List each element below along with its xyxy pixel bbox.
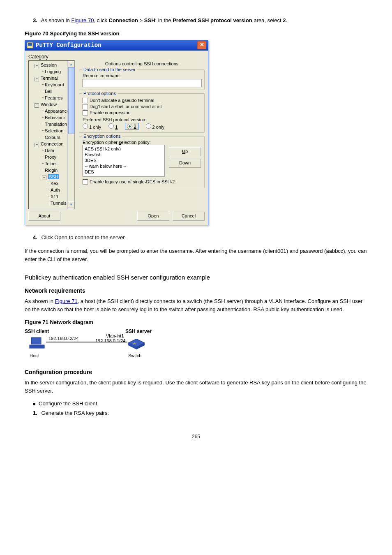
- radio-1only[interactable]: 1 only: [83, 123, 101, 130]
- cipher-aes[interactable]: AES (SSH-2 only): [85, 146, 163, 152]
- cipher-blowfish[interactable]: Blowfish: [85, 152, 163, 157]
- svg-rect-1: [28, 43, 32, 46]
- category-tree[interactable]: −Session Logging −Terminal Keyboard Bell…: [28, 60, 75, 209]
- link-line: [46, 342, 127, 342]
- scroll-up-icon[interactable]: ▲: [68, 61, 74, 68]
- pc-icon: [29, 337, 45, 352]
- figure-70-link[interactable]: Figure 70: [71, 17, 94, 23]
- label-ssh-client: SSH client: [25, 328, 49, 334]
- step-1b: 1. Generate the RSA key pairs:: [41, 409, 367, 417]
- tree-scrollbar[interactable]: ▲ ▼: [67, 61, 74, 209]
- encryption-group: Encryption options Encryption cipher sel…: [79, 136, 205, 188]
- close-button[interactable]: ✕: [197, 41, 206, 49]
- protocol-group: Protocol options Don't allocate a pseudo…: [79, 93, 205, 133]
- network-diagram: SSH client SSH server 192.168.0.2/24 Vla…: [25, 328, 156, 361]
- cipher-3des[interactable]: 3DES: [85, 157, 163, 163]
- cipher-des[interactable]: DES: [85, 169, 163, 175]
- bullet-icon: [33, 403, 35, 405]
- step-4: 4. Click Open to connect to the server.: [41, 234, 367, 242]
- enc-policy-label: Encryption cipher selection policy:: [83, 140, 201, 145]
- net-req-heading: Network requirements: [25, 287, 367, 294]
- bullet-config-client: Configure the SSH client: [33, 400, 367, 407]
- login-note: If the connection is normal, you will be…: [25, 247, 367, 263]
- figure-71-caption: Figure 71 Network diagram: [25, 319, 367, 325]
- proc-intro: In the server configuration, the client …: [25, 379, 367, 395]
- radio-1[interactable]: 1: [108, 123, 118, 130]
- label-switch: Switch: [128, 353, 141, 358]
- cipher-warn[interactable]: -- warn below here --: [85, 163, 163, 169]
- about-button[interactable]: About: [28, 212, 60, 221]
- figure-70-caption: Figure 70 Specifying the SSH version: [25, 30, 367, 37]
- label-vlan: Vlan-int1: [106, 333, 124, 338]
- ip-server: 192.168.0.1/24: [95, 338, 125, 343]
- label-ssh-server: SSH server: [125, 328, 152, 334]
- cipher-list[interactable]: AES (SSH-2 only) Blowfish 3DES -- warn b…: [83, 145, 165, 177]
- chk-pseudo[interactable]: Don't allocate a pseudo-terminal: [83, 98, 201, 103]
- open-button[interactable]: Open: [137, 212, 169, 221]
- radio-2[interactable]: 2: [125, 123, 138, 130]
- putty-icon: [27, 42, 33, 49]
- chk-noshell[interactable]: Don't start a shell or command at all: [83, 104, 201, 109]
- remote-command-label: Remote command:: [83, 73, 201, 78]
- section-heading: Publickey authentication enabled SSH ser…: [25, 274, 367, 281]
- scroll-down-icon[interactable]: ▼: [68, 201, 74, 208]
- up-button[interactable]: Up: [169, 147, 201, 156]
- svg-rect-2: [31, 338, 41, 344]
- cancel-button[interactable]: Cancel: [173, 212, 205, 221]
- step-3: 3. As shown in Figure 70, click Connecti…: [41, 16, 367, 25]
- window-title: PuTTY Configuration: [36, 42, 101, 49]
- radio-2only[interactable]: 2 only: [146, 123, 164, 130]
- proc-heading: Configuration procedure: [25, 369, 367, 375]
- data-group: Data to send to the server Remote comman…: [79, 69, 205, 90]
- category-label: Category:: [28, 54, 205, 60]
- down-button[interactable]: Down: [169, 159, 201, 168]
- svg-rect-3: [30, 345, 44, 348]
- figure-71-link[interactable]: Figure 71: [55, 298, 78, 304]
- ip-client: 192.168.0.2/24: [48, 336, 78, 341]
- chk-compress[interactable]: Enable compression: [83, 110, 201, 116]
- scroll-thumb[interactable]: [68, 67, 75, 134]
- pref-ver-label: Preferred SSH protocol version:: [83, 117, 201, 122]
- switch-icon: ⇄⇄: [128, 339, 145, 351]
- putty-window: PuTTY Configuration ✕ Category: −Session…: [25, 40, 208, 225]
- page-number: 265: [25, 434, 367, 439]
- titlebar: PuTTY Configuration ✕: [25, 40, 208, 51]
- svg-text:⇄⇄: ⇄⇄: [133, 342, 136, 345]
- panel-title: Options controlling SSH connections: [79, 61, 205, 66]
- label-host: Host: [30, 353, 39, 358]
- remote-command-input[interactable]: [83, 79, 202, 87]
- chk-legacy-des[interactable]: Enable legacy use of single-DES in SSH-2: [83, 179, 201, 185]
- net-req-text: As shown in Figure 71, a host (the SSH c…: [25, 297, 367, 313]
